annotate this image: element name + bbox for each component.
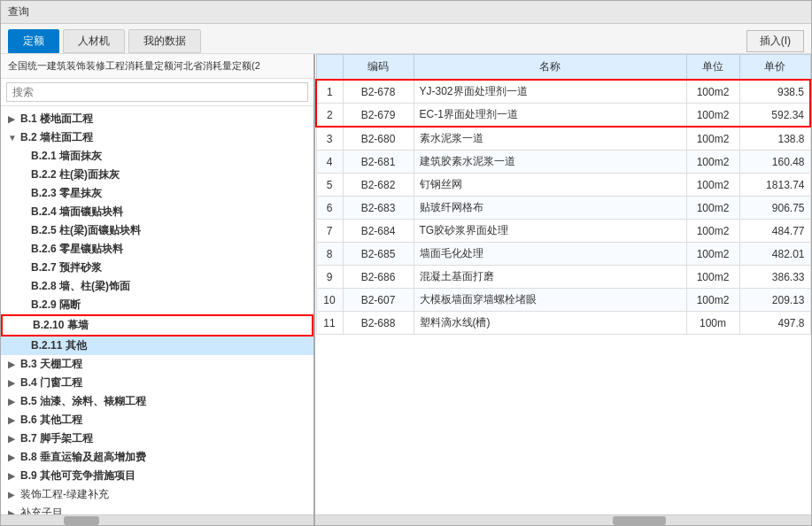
tabs-left: 定额 人材机 我的数据 <box>8 29 201 53</box>
tree-label-b24: B.2.4 墙面镶贴块料 <box>31 205 123 220</box>
tree-label-b5: B.5 油漆、涂料、裱糊工程 <box>20 394 146 409</box>
cell-price: 386.33 <box>739 266 810 289</box>
cell-price: 484.77 <box>739 220 810 243</box>
tree-label-b21: B.2.1 墙面抹灰 <box>31 149 102 164</box>
horizontal-scrollbar[interactable] <box>315 514 811 525</box>
data-table: 编码 名称 单位 单价 1B2-678YJ-302界面处理剂一道100m2938… <box>315 54 811 335</box>
main-window: 查询 定额 人材机 我的数据 插入(I) 全国统一建筑装饰装修工程消耗量定额河北… <box>0 0 812 526</box>
tree-item-b26[interactable]: B.2.6 零星镶贴块料 <box>1 240 313 259</box>
left-panel: 全国统一建筑装饰装修工程消耗量定额河北省消耗量定额(2 ▶ B.1 楼地面工程 … <box>1 54 315 525</box>
col-header-code: 编码 <box>343 55 414 81</box>
cell-price: 209.13 <box>739 289 810 312</box>
tree-item-b1[interactable]: ▶ B.1 楼地面工程 <box>1 110 313 128</box>
arrow-green: ▶ <box>8 490 17 499</box>
right-panel: 编码 名称 单位 单价 1B2-678YJ-302界面处理剂一道100m2938… <box>315 54 811 525</box>
cell-unit: 100m2 <box>686 151 739 174</box>
table-row[interactable]: 2B2-679EC-1界面处理剂一道100m2592.34 <box>316 104 810 128</box>
cell-code: B2-683 <box>343 197 414 220</box>
body-area: 全国统一建筑装饰装修工程消耗量定额河北省消耗量定额(2 ▶ B.1 楼地面工程 … <box>1 54 811 525</box>
cell-name: 大模板墙面穿墙螺栓堵眼 <box>414 289 686 312</box>
tree-item-b22[interactable]: B.2.2 柱(梁)面抹灰 <box>1 166 313 184</box>
cell-name: YJ-302界面处理剂一道 <box>414 80 686 104</box>
tree-item-b7[interactable]: ▶ B.7 脚手架工程 <box>1 429 313 448</box>
cell-num: 3 <box>316 127 343 151</box>
tree-label-green: 装饰工程-绿建补充 <box>20 487 109 502</box>
cell-name: EC-1界面处理剂一道 <box>414 104 686 128</box>
tree-item-b27[interactable]: B.2.7 预拌砂浆 <box>1 259 313 277</box>
arrow-b6: ▶ <box>8 415 17 425</box>
quota-title: 全国统一建筑装饰装修工程消耗量定额河北省消耗量定额(2 <box>1 54 313 79</box>
tree-item-b24[interactable]: B.2.4 墙面镶贴块料 <box>1 203 313 221</box>
cell-code: B2-684 <box>343 220 414 243</box>
tree-label-b211: B.2.11 其他 <box>31 338 87 353</box>
table-row[interactable]: 1B2-678YJ-302界面处理剂一道100m2938.5 <box>316 80 810 104</box>
left-scrollbar[interactable] <box>1 514 313 525</box>
scrollbar-thumb[interactable] <box>613 516 666 525</box>
table-row[interactable]: 7B2-684TG胶砂浆界面处理100m2484.77 <box>316 220 810 243</box>
tree-item-b21[interactable]: B.2.1 墙面抹灰 <box>1 147 313 166</box>
tree-item-b210[interactable]: B.2.10 幕墙 <box>1 314 313 336</box>
tab-dinge[interactable]: 定额 <box>8 29 59 53</box>
tree-label-b9: B.9 其他可竞争措施项目 <box>20 468 135 483</box>
arrow-b4: ▶ <box>8 378 17 388</box>
search-bar <box>1 79 313 106</box>
cell-name: 混凝土基面打磨 <box>414 266 686 289</box>
cell-num: 5 <box>316 174 343 197</box>
tree-item-b4[interactable]: ▶ B.4 门窗工程 <box>1 374 313 392</box>
tab-renji[interactable]: 人材机 <box>63 29 125 53</box>
cell-price: 160.48 <box>739 151 810 174</box>
cell-name: 塑料滴水线(槽) <box>414 312 686 335</box>
tree-item-b29[interactable]: B.2.9 隔断 <box>1 296 313 314</box>
tree-item-b23[interactable]: B.2.3 零星抹灰 <box>1 184 313 203</box>
table-row[interactable]: 10B2-607大模板墙面穿墙螺栓堵眼100m2209.13 <box>316 289 810 312</box>
col-header-num <box>316 55 343 81</box>
cell-unit: 100m2 <box>686 104 739 128</box>
tree-label-b1: B.1 楼地面工程 <box>20 112 93 127</box>
cell-num: 4 <box>316 151 343 174</box>
tree-item-b3[interactable]: ▶ B.3 天棚工程 <box>1 355 313 374</box>
table-row[interactable]: 9B2-686混凝土基面打磨100m2386.33 <box>316 266 810 289</box>
tree-item-b9[interactable]: ▶ B.9 其他可竞争措施项目 <box>1 467 313 485</box>
cell-num: 9 <box>316 266 343 289</box>
cell-name: 建筑胶素水泥浆一道 <box>414 151 686 174</box>
cell-num: 7 <box>316 220 343 243</box>
table-row[interactable]: 11B2-688塑料滴水线(槽)100m497.8 <box>316 312 810 335</box>
cell-code: B2-680 <box>343 127 414 151</box>
table-row[interactable]: 8B2-685墙面毛化处理100m2482.01 <box>316 243 810 266</box>
tree-item-b25[interactable]: B.2.5 柱(梁)面镶贴块料 <box>1 221 313 240</box>
cell-code: B2-686 <box>343 266 414 289</box>
table-row[interactable]: 5B2-682钉钢丝网100m21813.74 <box>316 174 810 197</box>
table-header-row: 编码 名称 单位 单价 <box>316 55 810 81</box>
cell-name: 贴玻纤网格布 <box>414 197 686 220</box>
table-row[interactable]: 4B2-681建筑胶素水泥浆一道100m2160.48 <box>316 151 810 174</box>
tree-item-b6[interactable]: ▶ B.6 其他工程 <box>1 411 313 429</box>
tree-label-b22: B.2.2 柱(梁)面抹灰 <box>31 167 120 182</box>
left-scrollbar-thumb[interactable] <box>64 516 99 525</box>
cell-price: 906.75 <box>739 197 810 220</box>
tree-item-b28[interactable]: B.2.8 墙、柱(梁)饰面 <box>1 277 313 296</box>
cell-code: B2-681 <box>343 151 414 174</box>
tree-item-b8[interactable]: ▶ B.8 垂直运输及超高增加费 <box>1 448 313 467</box>
tree-item-green[interactable]: ▶ 装饰工程-绿建补充 <box>1 485 313 504</box>
table-row[interactable]: 3B2-680素水泥浆一道100m2138.8 <box>316 127 810 151</box>
cell-name: 墙面毛化处理 <box>414 243 686 266</box>
cell-num: 11 <box>316 312 343 335</box>
arrow-b8: ▶ <box>8 453 17 462</box>
tab-mydata[interactable]: 我的数据 <box>128 29 201 53</box>
search-input[interactable] <box>6 82 308 102</box>
window-title: 查询 <box>8 4 29 19</box>
tree-item-b2[interactable]: ▼ B.2 墙柱面工程 <box>1 128 313 147</box>
cell-unit: 100m2 <box>686 243 739 266</box>
cell-num: 2 <box>316 104 343 128</box>
tree-label-b25: B.2.5 柱(梁)面镶贴块料 <box>31 223 141 238</box>
table-row[interactable]: 6B2-683贴玻纤网格布100m2906.75 <box>316 197 810 220</box>
tree-item-b5[interactable]: ▶ B.5 油漆、涂料、裱糊工程 <box>1 392 313 411</box>
tree-item-supplement[interactable]: ▶ 补充子目 <box>1 504 313 514</box>
tree-label-supplement: 补充子目 <box>20 506 63 514</box>
arrow-b9: ▶ <box>8 471 17 481</box>
arrow-b2: ▼ <box>8 133 17 143</box>
tree-label-b4: B.4 门窗工程 <box>20 375 82 391</box>
tree-item-b211[interactable]: B.2.11 其他 <box>1 336 313 355</box>
insert-button[interactable]: 插入(I) <box>746 30 804 52</box>
tree-label-b6: B.6 其他工程 <box>20 413 82 428</box>
